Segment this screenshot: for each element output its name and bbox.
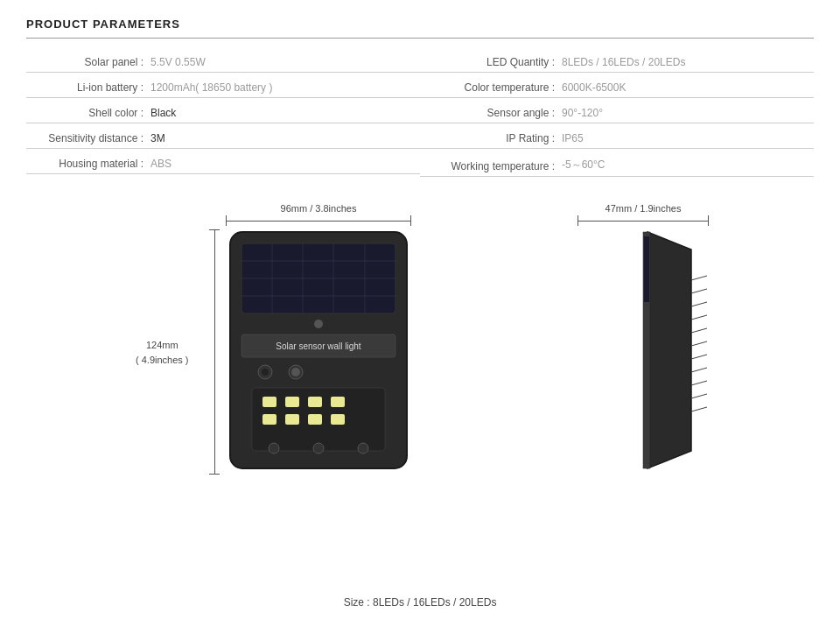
svg-point-9: [314, 320, 323, 328]
svg-marker-28: [648, 232, 691, 468]
svg-rect-21: [262, 414, 276, 425]
param-label: Shell color :: [26, 107, 149, 119]
param-label: LED Quantity :: [420, 56, 560, 68]
param-label: Color temperature :: [420, 81, 560, 94]
svg-line-31: [691, 302, 707, 306]
param-value: -5～60°C: [560, 158, 814, 172]
param-row: Solar panel : 5.5V 0.55W: [26, 56, 420, 73]
bottom-caption: Size : 8LEDs / 16LEDs / 20LEDs: [0, 596, 840, 608]
param-row: Shell color : Black: [26, 107, 420, 123]
param-row: Working temperature : -5～60°C: [420, 158, 814, 177]
param-label: Sensor angle :: [420, 107, 560, 119]
svg-point-25: [269, 443, 279, 454]
height-label: 124mm: [146, 340, 178, 350]
param-value: Black: [149, 107, 420, 119]
svg-rect-17: [262, 397, 276, 407]
svg-line-29: [691, 276, 707, 280]
svg-line-36: [691, 368, 707, 372]
param-label: Sensitivity distance :: [26, 132, 149, 144]
svg-line-32: [691, 315, 707, 320]
param-row: IP Rating : IP65: [420, 132, 814, 149]
params-col-left: Solar panel : 5.5V 0.55W Li-ion battery …: [26, 56, 420, 186]
height-sub-label: ( 4.9inches ): [136, 354, 189, 364]
param-value: 1200mAh( 18650 battery ): [149, 81, 420, 94]
product-drawing-area: 96mm / 3.8inches 47mm / 1.9inches 124mm …: [26, 203, 814, 475]
param-label: Housing material :: [26, 158, 149, 170]
param-row: Housing material : ABS: [26, 158, 420, 174]
param-value: 8LEDs / 16LEDs / 20LEDs: [560, 56, 814, 68]
svg-line-34: [691, 341, 707, 346]
param-value: 6000K-6500K: [560, 81, 814, 94]
param-row: LED Quantity : 8LEDs / 16LEDs / 20LEDs: [420, 56, 814, 73]
svg-line-37: [691, 381, 707, 385]
side-width-measurement: 47mm / 1.9inches: [578, 203, 709, 228]
svg-line-33: [691, 328, 707, 333]
front-product-image: Solar sensor wall light: [226, 228, 411, 473]
svg-line-38: [691, 394, 707, 398]
svg-line-35: [691, 355, 707, 359]
svg-point-13: [262, 369, 269, 376]
param-label: Li-ion battery :: [26, 81, 149, 94]
param-row: Sensitivity distance : 3M: [26, 132, 420, 149]
svg-line-30: [691, 289, 707, 293]
svg-point-27: [358, 443, 368, 454]
svg-rect-20: [331, 397, 345, 407]
svg-text:Solar sensor wall light: Solar sensor wall light: [276, 341, 360, 351]
param-value: IP65: [560, 132, 814, 144]
svg-rect-18: [285, 397, 299, 407]
side-product-image: [578, 228, 709, 473]
svg-rect-22: [285, 414, 299, 425]
svg-rect-24: [331, 414, 345, 425]
param-value: 90°-120°: [560, 107, 814, 119]
section-title: PRODUCT PARAMETERS: [26, 18, 814, 39]
width-measurement: 96mm / 3.8inches: [226, 203, 411, 228]
param-label: IP Rating :: [420, 132, 560, 144]
width-label: 96mm / 3.8inches: [226, 203, 411, 214]
params-col-right: LED Quantity : 8LEDs / 16LEDs / 20LEDs C…: [420, 56, 814, 186]
param-row: Sensor angle : 90°-120°: [420, 107, 814, 123]
param-label: Solar panel :: [26, 56, 149, 68]
param-row: Li-ion battery : 1200mAh( 18650 battery …: [26, 81, 420, 98]
svg-rect-23: [308, 414, 322, 425]
svg-rect-19: [308, 397, 322, 407]
svg-point-26: [313, 443, 324, 454]
svg-point-15: [291, 368, 300, 376]
param-value: 5.5V 0.55W: [149, 56, 420, 68]
svg-line-39: [691, 407, 707, 411]
param-value: 3M: [149, 132, 420, 144]
params-container: Solar panel : 5.5V 0.55W Li-ion battery …: [26, 56, 814, 186]
param-label: Working temperature :: [420, 160, 560, 172]
svg-rect-41: [644, 236, 649, 302]
param-row: Color temperature : 6000K-6500K: [420, 81, 814, 98]
param-value: ABS: [149, 158, 420, 170]
side-width-label: 47mm / 1.9inches: [578, 203, 709, 214]
